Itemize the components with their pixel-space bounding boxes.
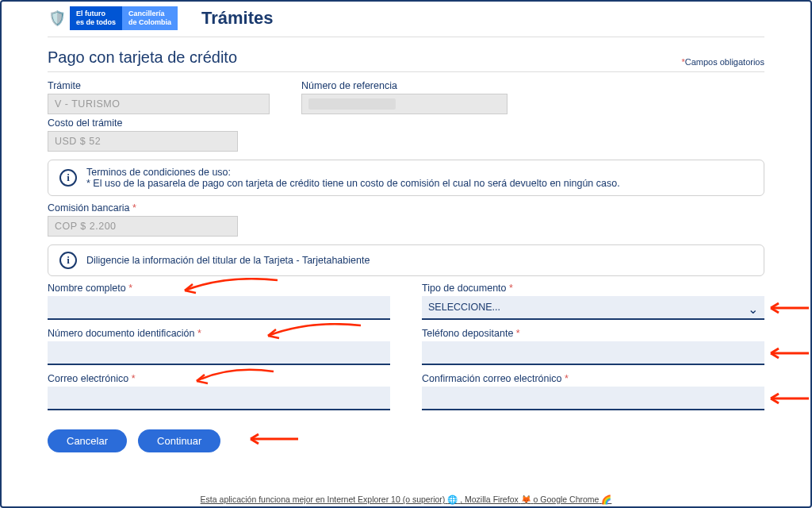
cancel-button[interactable]: Cancelar <box>48 429 127 452</box>
numero-documento-input[interactable] <box>48 341 390 365</box>
costo-tramite-label: Costo del trámite <box>48 117 238 129</box>
continue-button[interactable]: Continuar <box>138 429 220 452</box>
nombre-completo-input[interactable] <box>48 296 390 320</box>
telefono-depositante-input[interactable] <box>422 341 764 365</box>
tipo-documento-label: Tipo de documento * <box>422 283 764 294</box>
comision-bancaria-label: Comisión bancaria * <box>48 202 238 214</box>
correo-electronico-label: Correo electrónico * <box>48 373 390 384</box>
comision-bancaria-value: COP $ 2.200 <box>48 216 238 237</box>
numero-referencia-label: Número de referencia <box>301 80 508 91</box>
numero-documento-label: Número documento identificación * <box>48 328 390 339</box>
costo-tramite-value: USD $ 52 <box>48 131 238 152</box>
confirmacion-correo-label: Confirmación correo electrónico * <box>422 373 764 384</box>
nombre-completo-label: Nombre completo * <box>48 283 390 294</box>
confirmacion-correo-input[interactable] <box>422 387 764 410</box>
browser-compat-footer: Esta aplicación funciona mejor en Intern… <box>0 495 812 505</box>
tramite-value: V - TURISMO <box>48 94 270 114</box>
numero-referencia-value <box>301 94 508 114</box>
tipo-documento-select[interactable]: SELECCIONE... <box>422 296 764 320</box>
correo-electronico-input[interactable] <box>48 387 390 410</box>
tramite-label: Trámite <box>48 80 270 91</box>
telefono-depositante-label: Teléfono depositante * <box>422 328 764 339</box>
